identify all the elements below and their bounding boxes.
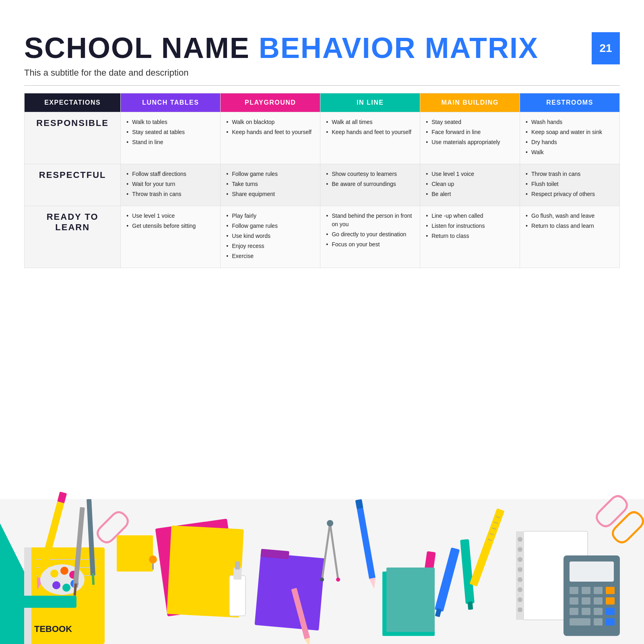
header-restrooms: RESTROOMS: [520, 93, 620, 112]
svg-rect-74: [570, 618, 590, 625]
cell-inline-0: Walk at all timesKeep hands and feet to …: [320, 112, 420, 164]
list-item: Use level 1 voice: [426, 170, 514, 178]
list-item: Dry hands: [526, 138, 614, 147]
header-expectations: EXPECTATIONS: [25, 93, 121, 112]
list-item: Keep hands and feet to yourself: [326, 128, 414, 136]
list-item: Be aware of surroundings: [326, 180, 414, 188]
svg-rect-68: [594, 597, 603, 605]
svg-rect-65: [606, 587, 615, 594]
list-item: Stay seated at tables: [126, 128, 215, 136]
list-item: Follow game rules: [226, 222, 314, 230]
list-item: Be alert: [426, 190, 514, 198]
matrix-table: EXPECTATIONS LUNCH TABLES PLAYGROUND IN …: [24, 93, 620, 268]
svg-point-40: [320, 578, 324, 582]
subtitle: This a subtitle for the date and descrip…: [24, 68, 620, 78]
cell-playground-0: Walk on blacktopKeep hands and feet to y…: [221, 112, 320, 164]
list-item: Enjoy recess: [226, 242, 314, 250]
svg-rect-32: [229, 576, 246, 616]
list-item: Use materials appropriately: [426, 138, 514, 147]
svg-point-49: [518, 557, 522, 562]
cell-restrooms-0: Wash handsKeep soap and water in sinkDry…: [520, 112, 620, 164]
list-item: Go directly to your destination: [326, 230, 414, 239]
cell-lunch-1: Follow staff directionsWait for your tur…: [121, 164, 221, 206]
cell-main-1: Use level 1 voiceClean upBe alert: [420, 164, 520, 206]
svg-rect-46: [516, 531, 524, 620]
row-label-respectful: RESPECTFUL: [25, 164, 121, 206]
cell-playground-1: Follow game rulesTake turnsShare equipme…: [221, 164, 320, 206]
svg-point-47: [518, 537, 522, 542]
cell-lunch-2: Use level 1 voiceGet utensils before sit…: [121, 206, 221, 268]
table-header-row: EXPECTATIONS LUNCH TABLES PLAYGROUND IN …: [25, 93, 620, 112]
cell-main-0: Stay seatedFace forward in lineUse mater…: [420, 112, 520, 164]
list-item: Follow game rules: [226, 170, 314, 178]
illustration-svg: TEBOOK: [0, 475, 644, 644]
svg-rect-22: [117, 535, 153, 572]
header-inline: IN LINE: [320, 93, 420, 112]
svg-rect-72: [594, 608, 603, 615]
svg-rect-64: [594, 587, 603, 594]
svg-point-48: [518, 547, 522, 552]
list-item: Face forward in line: [426, 128, 514, 136]
svg-rect-34: [235, 561, 240, 570]
svg-rect-25: [12, 596, 76, 608]
list-item: Keep soap and water in sink: [526, 128, 614, 136]
list-item: Throw trash in cans: [526, 170, 614, 178]
table-row: RESPONSIBLEWalk to tablesStay seated at …: [25, 112, 620, 164]
svg-rect-66: [570, 597, 578, 605]
list-item: Use level 1 voice: [126, 212, 215, 220]
svg-rect-67: [582, 597, 590, 605]
title-school: SCHOOL NAME: [24, 32, 259, 64]
list-item: Return to class and learn: [526, 222, 614, 230]
list-item: Stay seated: [426, 118, 514, 126]
list-item: Stand in line: [126, 138, 215, 147]
list-item: Walk on blacktop: [226, 118, 314, 126]
cell-lunch-0: Walk to tablesStay seated at tablesStand…: [121, 112, 221, 164]
list-item: Wash hands: [526, 118, 614, 126]
list-item: Respect privacy of others: [526, 190, 614, 198]
row-label-responsible: RESPONSIBLE: [25, 112, 121, 164]
svg-rect-58: [468, 601, 473, 610]
svg-rect-70: [570, 608, 578, 615]
svg-rect-35: [254, 553, 325, 630]
svg-point-51: [518, 577, 522, 582]
cell-inline-2: Stand behind the person in front on youG…: [320, 206, 420, 268]
table-row: RESPECTFULFollow staff directionsWait fo…: [25, 164, 620, 206]
list-item: Exercise: [226, 252, 314, 260]
svg-point-52: [518, 587, 522, 592]
list-item: Keep hands and feet to yourself: [226, 128, 314, 136]
list-item: Listen for instructions: [426, 222, 514, 230]
divider: [24, 85, 620, 86]
svg-rect-76: [606, 618, 615, 625]
header-lunch: LUNCH TABLES: [121, 93, 221, 112]
list-item: Walk: [526, 148, 614, 157]
svg-point-53: [518, 597, 522, 602]
cell-main-2: Line -up when calledListen for instructi…: [420, 206, 520, 268]
svg-rect-84: [386, 568, 435, 632]
svg-point-23: [149, 555, 157, 564]
cell-playground-2: Play fairlyFollow game rulesUse kind wor…: [221, 206, 320, 268]
list-item: Take turns: [226, 180, 314, 188]
page-wrapper: SCHOOL NAME BEHAVIOR MATRIX 21 This a su…: [0, 0, 644, 268]
svg-rect-69: [606, 597, 615, 605]
svg-rect-24: [152, 564, 154, 570]
svg-rect-61: [570, 561, 614, 582]
svg-point-16: [62, 584, 70, 592]
illustration-area: TEBOOK: [0, 475, 644, 644]
svg-point-50: [518, 567, 522, 572]
list-item: Use kind words: [226, 232, 314, 240]
list-item: Focus on your best: [326, 240, 414, 249]
list-item: Clean up: [426, 180, 514, 188]
svg-text:TEBOOK: TEBOOK: [34, 624, 72, 634]
header-section: SCHOOL NAME BEHAVIOR MATRIX 21 This a su…: [24, 32, 620, 86]
list-item: Go flush, wash and leave: [526, 212, 614, 220]
svg-rect-63: [582, 587, 590, 594]
title-behavior: BEHAVIOR MATRIX: [259, 32, 539, 64]
page-number-badge: 21: [592, 32, 620, 64]
svg-rect-71: [582, 608, 590, 615]
list-item: Throw trash in cans: [126, 190, 215, 198]
list-item: Wait for your turn: [126, 180, 215, 188]
list-item: Walk at all times: [326, 118, 414, 126]
cell-restrooms-2: Go flush, wash and leaveReturn to class …: [520, 206, 620, 268]
list-item: Show courtesy to learners: [326, 170, 414, 178]
cell-restrooms-1: Throw trash in cansFlush toiletRespect p…: [520, 164, 620, 206]
